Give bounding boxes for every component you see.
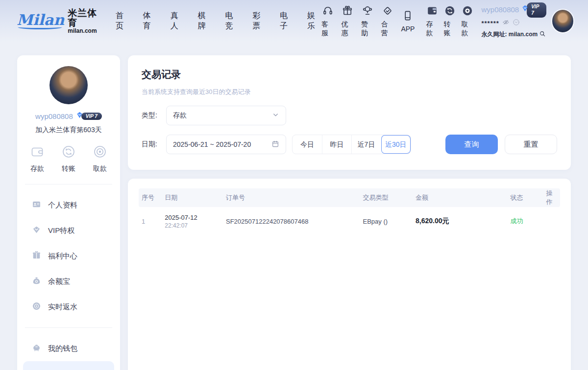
header-username[interactable]: wyp080808 [481, 5, 519, 15]
type-filter-row: 类型: 存款 [142, 106, 557, 125]
transfer-button[interactable]: 转账 [443, 5, 456, 38]
sidebar-divider [25, 184, 112, 185]
chevron-circle-icon[interactable] [513, 18, 520, 29]
type-select-value: 存款 [173, 111, 187, 120]
sidebar-quick-actions: 存款 转账 [17, 135, 120, 181]
transfer-outline-icon [61, 144, 76, 161]
nav-home[interactable]: 首页 [116, 11, 130, 31]
handshake-icon [382, 5, 393, 19]
brand-logo-cn: 米兰体育 [68, 8, 102, 28]
eye-off-icon[interactable] [502, 18, 510, 29]
sidebar-item-yuebao[interactable]: 余额宝 [17, 269, 120, 294]
col-action: 操作 [543, 189, 560, 207]
chevron-down-icon [272, 111, 279, 120]
row-index: 1 [139, 218, 162, 225]
main-nav: 首页 体育 真人 棋牌 电竞 彩票 电子 娱乐 [116, 11, 321, 31]
vip-badge[interactable]: VIP 7 [521, 2, 546, 18]
brand-logo[interactable]: Milan 米兰体育 milan.com [17, 8, 102, 34]
sidebar-item-profile[interactable]: 个人资料 [17, 192, 120, 218]
benefits-gift-icon [32, 251, 41, 261]
page-layout: wyp080808 VIP 7 加入米兰体育第603天 [0, 42, 588, 370]
membership-days: 加入米兰体育第603天 [17, 126, 120, 135]
sidebar-deposit-button[interactable]: 存款 [30, 144, 45, 173]
avatar[interactable] [552, 10, 573, 32]
profile-avatar[interactable] [49, 66, 88, 104]
trophy-icon [362, 5, 373, 19]
row-date: 2025-07-12 [165, 213, 220, 222]
page-subtitle: 当前系统支持查询最近30日的交易记录 [142, 88, 557, 96]
col-status: 状态 [507, 193, 543, 202]
row-amount: 8,620.00元 [413, 217, 508, 226]
wallet-filled-icon [426, 5, 438, 19]
type-label: 类型: [142, 111, 166, 120]
transfer-filled-icon [444, 5, 456, 19]
withdraw-button[interactable]: 取款 [461, 5, 473, 38]
sidebar-transfer-button[interactable]: 转账 [61, 144, 76, 173]
col-type: 交易类型 [360, 193, 413, 202]
col-index: 序号 [139, 193, 162, 202]
nav-esports[interactable]: 电竞 [225, 11, 239, 31]
main-content: 交易记录 当前系统支持查询最近30日的交易记录 类型: 存款 日期: 2025-… [128, 55, 571, 370]
withdraw-filled-icon [462, 5, 473, 19]
top-header: Milan 米兰体育 milan.com 首页 体育 真人 棋牌 电竞 彩票 电… [0, 0, 588, 42]
customer-service-button[interactable]: 客服 [321, 5, 334, 38]
search-icon[interactable] [539, 29, 546, 40]
range-today-button[interactable]: 今日 [293, 135, 322, 154]
wallet-actions: 存款 转账 [426, 5, 473, 38]
vip-level-label: VIP 7 [527, 2, 546, 18]
row-status: 成功 [507, 217, 543, 226]
brand-logo-domain: milan.com [68, 28, 102, 34]
sidebar-item-my-wallet[interactable]: 我的钱包 [17, 336, 120, 361]
nav-sports[interactable]: 体育 [143, 11, 157, 31]
user-block: wyp080808 VIP 7 ****** [481, 2, 546, 40]
date-quick-range-group: 今日 昨日 近7日 近30日 [292, 135, 411, 154]
piggy-bank-icon [32, 343, 41, 354]
sponsor-button[interactable]: 赞助 [361, 5, 374, 38]
sidebar: wyp080808 VIP 7 加入米兰体育第603天 [17, 55, 120, 370]
reset-button[interactable]: 重置 [505, 135, 557, 154]
row-type: EBpay () [360, 218, 413, 225]
smartphone-icon [402, 10, 414, 23]
profile-vip-badge[interactable]: VIP 7 [75, 111, 102, 121]
sidebar-item-transaction-records[interactable]: 交易记录 [23, 361, 114, 370]
nav-lottery[interactable]: 彩票 [252, 11, 267, 31]
date-label: 日期: [142, 140, 166, 149]
sidebar-menu: 个人资料 VIP特权 [17, 187, 120, 324]
masked-balance: ****** [481, 19, 499, 28]
headset-icon [322, 5, 334, 19]
withdraw-outline-icon [93, 144, 107, 161]
sidebar-withdraw-button[interactable]: 取款 [93, 144, 107, 173]
gift-icon [342, 5, 353, 19]
sidebar-wallet-menu: 我的钱包 交易记录 [17, 331, 120, 370]
nav-cards[interactable]: 棋牌 [198, 11, 212, 31]
col-order-no: 订单号 [223, 193, 360, 202]
deposit-button[interactable]: 存款 [426, 5, 438, 38]
brand-logo-script: Milan [17, 13, 64, 30]
table-row: 1 2025-07-12 22:42:07 SF2025071222420786… [139, 207, 560, 235]
id-card-icon [32, 200, 41, 210]
range-yesterday-button[interactable]: 昨日 [322, 135, 351, 154]
range-7days-button[interactable]: 近7日 [351, 135, 381, 154]
filter-card: 交易记录 当前系统支持查询最近30日的交易记录 类型: 存款 日期: 2025-… [128, 55, 571, 170]
nav-entertainment[interactable]: 娱乐 [307, 11, 321, 31]
sidebar-item-vip[interactable]: VIP特权 [17, 218, 120, 243]
vip-diamond-icon [75, 111, 84, 121]
promotions-button[interactable]: 优惠 [342, 5, 354, 38]
sidebar-item-rebate[interactable]: 实时返水 [17, 294, 120, 320]
date-filter-row: 日期: 2025-06-21 ~ 2025-07-20 今日 昨日 近7日 近3… [142, 135, 557, 154]
nav-slots[interactable]: 电子 [280, 11, 294, 31]
permanent-url-label: 永久网址: milan.com [481, 30, 538, 38]
app-download-button[interactable]: APP [401, 10, 415, 33]
nav-live[interactable]: 真人 [171, 11, 185, 31]
col-date: 日期 [162, 193, 223, 202]
type-select[interactable]: 存款 [166, 106, 286, 125]
partnership-button[interactable]: 合营 [381, 5, 394, 38]
range-30days-button[interactable]: 近30日 [381, 135, 411, 154]
header-actions: 客服 优惠 赞助 [321, 5, 474, 38]
table-header-row: 序号 日期 订单号 交易类型 金额 状态 操作 [139, 188, 560, 207]
date-range-input[interactable]: 2025-06-21 ~ 2025-07-20 [166, 135, 286, 154]
sidebar-divider [25, 327, 112, 328]
query-button[interactable]: 查询 [445, 135, 498, 154]
sidebar-item-benefits[interactable]: 福利中心 [17, 243, 120, 269]
rebate-coin-icon [32, 301, 41, 312]
